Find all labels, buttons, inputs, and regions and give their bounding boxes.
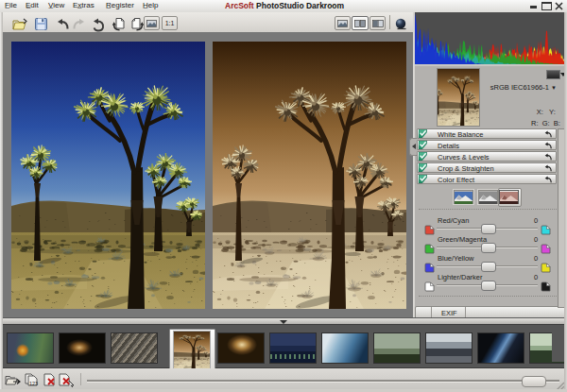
svg-text:123: 123 [29, 381, 38, 386]
